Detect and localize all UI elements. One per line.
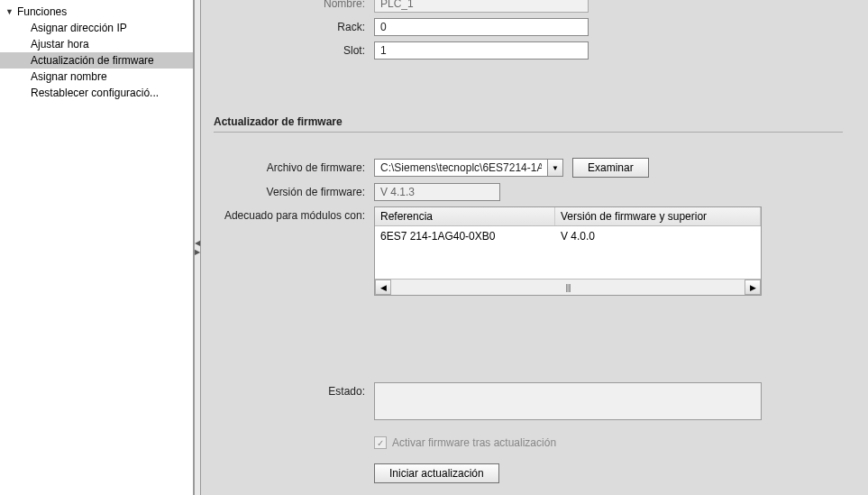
col-version[interactable]: Versión de firmware y superior — [555, 207, 761, 225]
h-scrollbar[interactable]: ◀ |||| ▶ — [375, 279, 761, 295]
modules-table: Referencia Versión de firmware y superio… — [374, 206, 762, 296]
content-pane: Nombre: Rack: Slot: Actualizador de firm… — [201, 0, 868, 495]
table-header: Referencia Versión de firmware y superio… — [375, 207, 761, 226]
chevron-down-icon: ▼ — [5, 7, 14, 16]
label-rack: Rack: — [214, 21, 374, 33]
scroll-right-button[interactable]: ▶ — [745, 280, 761, 295]
chevron-left-icon: ◀ — [195, 240, 200, 247]
label-slot: Slot: — [214, 44, 374, 57]
sidebar-item-2[interactable]: Actualización de firmware — [0, 52, 193, 69]
scroll-left-button[interactable]: ◀ — [375, 280, 391, 295]
sidebar-item-4[interactable]: Restablecer configuració... — [0, 85, 193, 101]
rack-field[interactable] — [374, 18, 589, 36]
chevron-right-icon: ▶ — [195, 249, 200, 256]
chevron-down-icon[interactable]: ▼ — [547, 159, 563, 177]
col-referencia[interactable]: Referencia — [375, 207, 555, 225]
browse-button[interactable]: Examinar — [572, 158, 649, 178]
cell-ver: V 4.0.0 — [555, 228, 761, 244]
sidebar-item-0[interactable]: Asignar dirección IP — [0, 20, 193, 36]
slot-field[interactable] — [374, 41, 589, 60]
nav-tree: ▼ Funciones Asignar dirección IPAjustar … — [0, 0, 193, 105]
activate-checkbox-row: ✓ Activar firmware tras actualización — [374, 436, 556, 449]
tree-node-funciones[interactable]: ▼ Funciones — [0, 4, 193, 20]
sidebar-item-1[interactable]: Ajustar hora — [0, 36, 193, 52]
scroll-track[interactable]: |||| — [391, 280, 745, 295]
cell-ref: 6ES7 214-1AG40-0XB0 — [375, 228, 555, 244]
fw-file-field[interactable] — [374, 159, 547, 177]
sidebar-item-3[interactable]: Asignar nombre — [0, 69, 193, 85]
fw-file-dropdown[interactable]: ▼ — [374, 159, 563, 177]
label-nombre: Nombre: — [214, 0, 374, 10]
tree-parent-label: Funciones — [17, 5, 67, 18]
sidebar: ▼ Funciones Asignar dirección IPAjustar … — [0, 0, 194, 495]
section-title: Actualizador de firmware — [214, 108, 843, 133]
label-modules: Adecuado para módulos con: — [214, 206, 374, 222]
label-fw-file: Archivo de firmware: — [214, 161, 374, 174]
start-update-button[interactable]: Iniciar actualización — [374, 463, 499, 483]
splitter[interactable]: ◀ ▶ — [194, 0, 201, 495]
table-row[interactable]: 6ES7 214-1AG40-0XB0V 4.0.0 — [375, 226, 761, 246]
activate-checkbox-label: Activar firmware tras actualización — [392, 436, 556, 449]
fw-version-field — [374, 183, 500, 201]
activate-checkbox[interactable]: ✓ — [374, 436, 387, 449]
nombre-field[interactable] — [374, 0, 589, 13]
label-fw-version: Versión de firmware: — [214, 186, 374, 198]
label-estado: Estado: — [214, 382, 374, 398]
status-box — [374, 382, 762, 420]
